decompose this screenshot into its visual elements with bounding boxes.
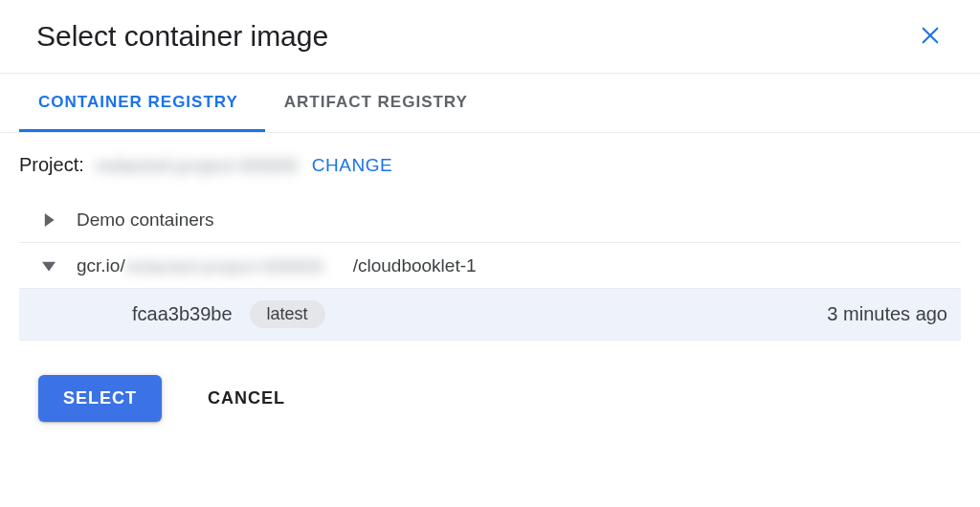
dialog-actions: SELECT CANCEL bbox=[0, 341, 980, 422]
cancel-button[interactable]: CANCEL bbox=[208, 388, 285, 408]
chevron-right-icon bbox=[38, 209, 59, 231]
select-container-image-dialog: Select container image CONTAINER REGISTR… bbox=[0, 0, 980, 507]
close-icon bbox=[920, 25, 941, 49]
change-project-link[interactable]: CHANGE bbox=[312, 155, 392, 176]
repo-redacted: redacted-project-000000 bbox=[125, 256, 353, 276]
tab-artifact-registry[interactable]: ARTIFACT REGISTRY bbox=[265, 74, 495, 132]
repo-suffix: /cloudbooklet-1 bbox=[353, 255, 477, 276]
dialog-title: Select container image bbox=[36, 20, 328, 53]
svg-marker-2 bbox=[45, 213, 55, 227]
dialog-header: Select container image bbox=[0, 0, 980, 74]
repo-prefix: gcr.io/ bbox=[77, 255, 125, 276]
image-tag-chip: latest bbox=[250, 300, 325, 328]
tree-item-label: Demo containers bbox=[77, 209, 214, 231]
image-age: 3 minutes ago bbox=[827, 303, 947, 325]
image-hash: fcaa3b39be bbox=[132, 303, 233, 325]
svg-marker-3 bbox=[42, 261, 56, 271]
select-button[interactable]: SELECT bbox=[38, 375, 162, 422]
project-row: Project: redacted-project-000000 CHANGE bbox=[0, 133, 980, 197]
tree-item-label: gcr.io/redacted-project-000000/cloudbook… bbox=[77, 255, 477, 276]
registry-tabs: CONTAINER REGISTRY ARTIFACT REGISTRY bbox=[0, 74, 980, 133]
close-button[interactable] bbox=[913, 19, 947, 54]
tree-item-demo-containers[interactable]: Demo containers bbox=[19, 197, 961, 243]
project-label: Project: bbox=[19, 154, 84, 176]
tree-item-repo[interactable]: gcr.io/redacted-project-000000/cloudbook… bbox=[19, 243, 961, 289]
tab-container-registry[interactable]: CONTAINER REGISTRY bbox=[19, 74, 265, 132]
image-tree: Demo containers gcr.io/redacted-project-… bbox=[0, 197, 980, 341]
image-version-row[interactable]: fcaa3b39be latest 3 minutes ago bbox=[19, 289, 961, 341]
project-value: redacted-project-000000 bbox=[96, 155, 297, 176]
chevron-down-icon bbox=[38, 255, 59, 276]
